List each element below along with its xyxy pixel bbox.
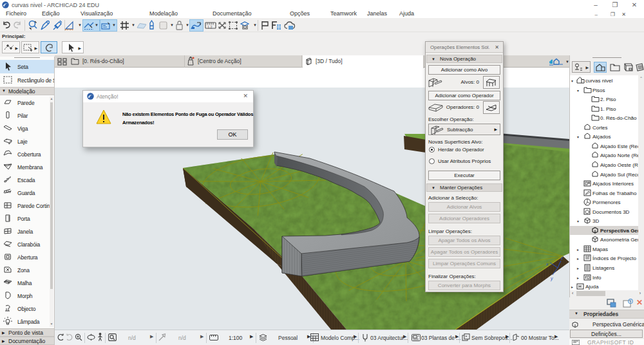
svg-text:z: z <box>560 256 564 260</box>
svg-text:1.2: 1.2 <box>207 25 213 29</box>
svg-text:y: y <box>550 276 553 281</box>
svg-text:x: x <box>545 262 549 266</box>
